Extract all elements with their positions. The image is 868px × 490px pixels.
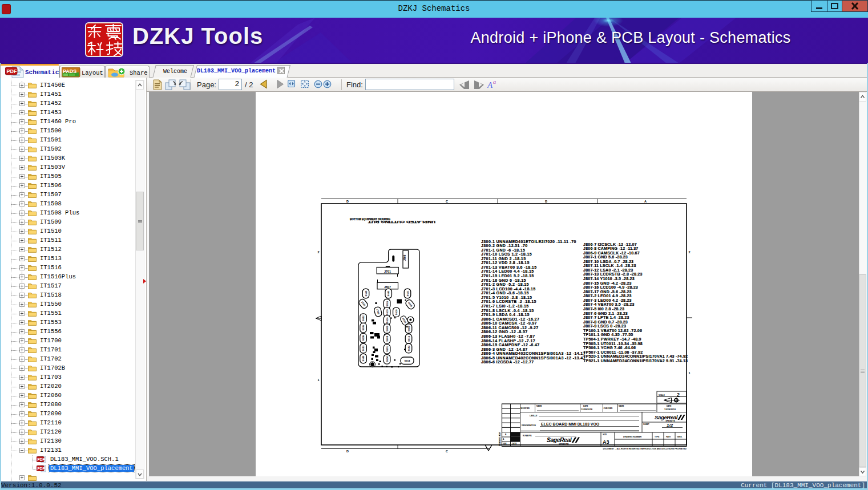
svg-text:J807-14 Y1010 -3.5 -28.23: J807-14 Y1010 -3.5 -28.23 (583, 277, 635, 281)
svg-text:J806: J806 (403, 254, 406, 261)
svg-text:J701-9 LSDA 0.4 -18.15: J701-9 LSDA 0.4 -18.15 (481, 313, 530, 317)
svg-text:1: 1 (688, 371, 690, 375)
svg-text:J701-8 LSCLK -0.4 -18.15: J701-8 LSCLK -0.4 -18.15 (481, 309, 534, 313)
svg-text:J806-10 CAMCSK -12 -9.97: J806-10 CAMCSK -12 -9.97 (481, 321, 537, 325)
svg-text:S605: S605 (362, 325, 365, 330)
svg-text:12/28/2018: 12/28/2018 (581, 408, 593, 411)
svg-text:J300-2 GND -12.51 -70: J300-2 GND -12.51 -70 (481, 244, 528, 248)
svg-text:J807-8 GND 0.7 -28.23: J807-8 GND 0.7 -28.23 (583, 320, 628, 324)
svg-text:1: 1 (317, 378, 319, 382)
svg-text:LIBELLE: LIBELLE (530, 415, 537, 417)
svg-text:PDF: PDF (7, 68, 18, 74)
svg-text:J806-15 CAMPDNF -12 -6.47: J806-15 CAMPDNF -12 -6.47 (481, 343, 540, 347)
svg-text:J807-12 LSA0 -2.1 -28.23: J807-12 LSA0 -2.1 -28.23 (583, 268, 633, 272)
svg-text:B: B (505, 434, 507, 436)
svg-text:S613: S613 (407, 335, 410, 341)
svg-text:J806-1 CAMCSD1 -12 -16.27: J806-1 CAMCSD1 -12 -16.27 (481, 317, 539, 321)
svg-text:J807-4 VBAT00 3.5 -28.23: J807-4 VBAT00 3.5 -28.23 (583, 302, 635, 306)
svg-text:S601: S601 (386, 346, 389, 351)
svg-text:S606: S606 (386, 325, 389, 331)
svg-text:S604: S604 (386, 356, 389, 362)
svg-text:TP504-1 PWRKEY -14.7 -48.9: TP504-1 PWRKEY -14.7 -48.9 (583, 337, 641, 341)
svg-text:D: D (346, 200, 349, 203)
svg-text:SageReal: SageReal (655, 414, 678, 420)
svg-text:J807-9 LSCS 0 -28.23: J807-9 LSCS 0 -28.23 (583, 324, 626, 328)
svg-text:TP506-1 YCHG 7.46 -64.06: TP506-1 YCHG 7.46 -64.06 (583, 346, 636, 350)
svg-text:NAME: NAME (536, 405, 542, 407)
svg-text:VER: VER (503, 443, 507, 445)
svg-text:TP505-1 UT0011 -10.34 -35.98: TP505-1 UT0011 -10.34 -35.98 (583, 342, 643, 346)
svg-text:SageReal: SageReal (547, 437, 572, 443)
svg-text:C: C (446, 449, 448, 453)
svg-text:S615: S615 (386, 301, 389, 306)
svg-text:J701-7 LSI0 -1.2 -18.15: J701-7 LSI0 -1.2 -18.15 (481, 304, 529, 308)
svg-text:A: A (644, 200, 647, 203)
svg-text:DOCUMENT ... ALL RIGHTS RESERV: DOCUMENT ... ALL RIGHTS RESERVED, REPROD… (603, 448, 687, 450)
svg-text:S616: S616 (386, 317, 389, 323)
svg-text:J807-11 LSCLK -1.4 -28.23: J807-11 LSCLK -1.4 -28.23 (583, 264, 636, 268)
svg-text:DRAWING A3M: DRAWING A3M (499, 432, 501, 446)
svg-text:TP521-1 UNNAMED24CONN1IPSI170V: TP521-1 UNNAMED24CONN1IPSI170VA2 9.91 -7… (583, 359, 688, 363)
svg-text:SHEET: SHEET (643, 423, 649, 426)
svg-text:A3: A3 (603, 439, 609, 445)
svg-text:12/28/2018: 12/28/2018 (664, 408, 676, 411)
svg-text:J806-4 UNNAMED402CONN1SPSI001A: J806-4 UNNAMED402CONN1SPSI001A3 -12 -14.… (481, 351, 586, 355)
svg-text:1/2: 1/2 (667, 423, 673, 428)
svg-text:DATE: DATE (583, 405, 588, 407)
svg-text:J701-3 LCD100 -4.4 -18.15: J701-3 LCD100 -4.4 -18.15 (481, 287, 536, 291)
svg-text:J701-11 GND 2 -18.15: J701-11 GND 2 -18.15 (481, 257, 526, 261)
svg-text:J701-2 GND -5.2 -18.15: J701-2 GND -5.2 -18.15 (481, 282, 529, 286)
svg-text:S619: S619 (386, 309, 389, 315)
svg-text:S614: S614 (405, 359, 410, 362)
svg-text:TP100-1 VBAT00 12.62 -72.06: TP100-1 VBAT00 12.62 -72.06 (583, 329, 642, 333)
svg-text:S602: S602 (407, 345, 410, 351)
svg-text:J806-11 CAMCS00 -12 -9.27: J806-11 CAMCS00 -12 -9.27 (481, 326, 539, 330)
svg-text:VERS.: VERS. (677, 436, 683, 438)
svg-text:J807-13 LCDRSTB -2.8 -28.23: J807-13 LCDRSTB -2.8 -28.23 (583, 272, 643, 276)
svg-text:a: a (493, 79, 496, 85)
svg-text:PDF: PDF (38, 457, 45, 461)
svg-text:DATE: DATE (667, 405, 671, 407)
svg-text:ELEC BOARD MMI DL183 VOO: ELEC BOARD MMI DL183 VOO (541, 422, 600, 426)
svg-text:J806-6 I2CSDA -12 -12.77: J806-6 I2CSDA -12 -12.77 (481, 360, 534, 364)
svg-text:CHECKED: CHECKED (604, 407, 613, 410)
svg-text:J806-8 CAMPING -12 -11.37: J806-8 CAMPING -12 -11.37 (583, 246, 639, 250)
svg-text:J807-1 GND 5.6 -28.23: J807-1 GND 5.6 -28.23 (583, 255, 628, 259)
svg-text:J701-15 LED01 5.2 -18.15: J701-15 LED01 5.2 -18.15 (481, 274, 534, 278)
svg-text:MODIFIED: MODIFIED (521, 407, 530, 410)
svg-text:DRAWING NUMBER: DRAWING NUMBER (623, 436, 642, 438)
svg-text:TYPE: TYPE (655, 436, 659, 438)
svg-text:J701-5 Y1010 -2.8 -18.15: J701-5 Y1010 -2.8 -18.15 (481, 295, 532, 299)
svg-text:S609: S609 (386, 335, 389, 341)
svg-text:J701-13 VBAT00 3.6 -18.15: J701-13 VBAT00 3.6 -18.15 (481, 265, 536, 269)
svg-text:J806-7 I2CSCLK -12 -12.07: J806-7 I2CSCLK -12 -12.07 (583, 242, 637, 246)
svg-text:J300-1 UNNAMED401ETOILE2I7020: J300-1 UNNAMED401ETOILE2I7020 -11.11 -70 (481, 240, 576, 244)
svg-text:J807-7 LPTE 1.4 -28.23: J807-7 LPTE 1.4 -28.23 (583, 315, 629, 319)
svg-text:J806-5 UNNAMED402CONN1SPSI001A: J806-5 UNNAMED402CONN1SPSI001A3 -12 -13.… (481, 356, 586, 360)
svg-text:J701-14 LED00 4.4 -18.15: J701-14 LED00 4.4 -18.15 (481, 269, 534, 273)
svg-text:S618: S618 (395, 309, 398, 315)
svg-text:J807-16 LCD100 -4.9 -28.23: J807-16 LCD100 -4.9 -28.23 (583, 285, 638, 289)
svg-text:TP520-1 UNNAMED24CONN1IPSI170V: TP520-1 UNNAMED24CONN1IPSI170VA1 7.43 -7… (583, 354, 688, 358)
svg-text:J807-10 LSDA -0.7 -28.23: J807-10 LSDA -0.7 -28.23 (583, 260, 633, 264)
svg-text:J701-10 LSCS 1.2 -18.15: J701-10 LSCS 1.2 -18.15 (481, 252, 532, 256)
svg-text:2: 2 (688, 250, 690, 254)
svg-text:J807-17 GND -5.6 -28.23: J807-17 GND -5.6 -28.23 (583, 290, 632, 294)
svg-text:SPEEDTE: SPEEDTE (665, 420, 675, 422)
svg-text:DATE: DATE (512, 443, 516, 445)
svg-text:J807-15 GND -4.2 -28.23: J807-15 GND -4.2 -28.23 (583, 281, 632, 285)
svg-text:TP101-1 GND 4.35 -77.55: TP101-1 GND 4.35 -77.55 (583, 333, 633, 337)
svg-text:J807-3 LED00 4.2 -28.23: J807-3 LED00 4.2 -28.23 (583, 298, 632, 302)
svg-text:SCALE: SCALE (659, 394, 665, 396)
svg-text:J701-12 VDD 2.8 -18.15: J701-12 VDD 2.8 -18.15 (481, 261, 530, 265)
svg-text:S630: S630 (365, 290, 368, 296)
svg-text:J806-13 FLASH0 -12 -7.87: J806-13 FLASH0 -12 -7.87 (481, 334, 535, 338)
svg-text:J701-6 LCDRSTB -2 -18.15: J701-6 LCDRSTB -2 -18.15 (481, 299, 536, 303)
svg-text:PART: PART (666, 436, 671, 438)
svg-text:J701-4 GND -3.6 -18.15: J701-4 GND -3.6 -18.15 (481, 291, 529, 295)
svg-text:J807-2 LED01 4.9 -28.23: J807-2 LED01 4.9 -28.23 (583, 294, 632, 298)
svg-text:J701-1 GND -6 -18.15: J701-1 GND -6 -18.15 (481, 248, 525, 252)
svg-text:A: A (487, 80, 493, 90)
svg-text:S600: S600 (362, 355, 365, 361)
svg-text:J806-12 GND -12 -8.57: J806-12 GND -12 -8.57 (481, 330, 528, 334)
